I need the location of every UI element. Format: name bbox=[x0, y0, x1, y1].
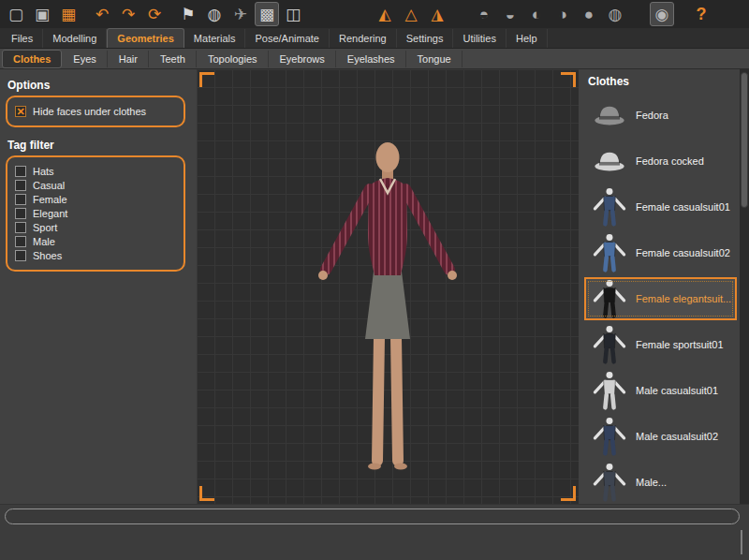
suit-thumbnail-icon bbox=[589, 232, 630, 273]
checkbox-box[interactable] bbox=[15, 236, 26, 247]
wireframe-icon[interactable]: ◍ bbox=[202, 2, 227, 26]
suit-thumbnail-icon bbox=[589, 186, 630, 228]
load-icon[interactable]: ▣ bbox=[30, 2, 54, 26]
subtab-eyelashes[interactable]: Eyelashes bbox=[337, 51, 406, 67]
options-group: Options ✕Hide faces under clothes bbox=[0, 79, 197, 127]
subtab-hair[interactable]: Hair bbox=[109, 51, 149, 67]
view-left-icon[interactable]: ◐ bbox=[524, 2, 549, 26]
toolbar-group-views: ◓◒◐◑●◍ bbox=[472, 2, 627, 26]
clothes-item-fedora[interactable]: Fedora bbox=[584, 94, 737, 137]
subtab-clothes[interactable]: Clothes bbox=[2, 50, 62, 68]
suit-thumbnail-icon bbox=[589, 278, 630, 319]
3d-viewport[interactable] bbox=[197, 69, 579, 504]
flag-icon[interactable]: ⚑ bbox=[176, 2, 200, 26]
view-back-icon[interactable]: ◓ bbox=[472, 2, 496, 26]
toolbar-group-symmetry: ◭△◮ bbox=[373, 2, 449, 26]
tab-settings[interactable]: Settings bbox=[397, 29, 454, 48]
grab-screen-icon[interactable]: ◉ bbox=[650, 2, 674, 26]
new-icon[interactable]: ▢ bbox=[4, 2, 28, 26]
clothes-item-female-casualsuit01[interactable]: Female casualsuit01 bbox=[584, 185, 737, 228]
clothes-scrollbar-thumb[interactable] bbox=[741, 72, 748, 208]
subtab-eyebrows[interactable]: Eyebrows bbox=[270, 51, 336, 67]
symmetry-right-icon[interactable]: ◮ bbox=[425, 2, 449, 26]
symmetry-left-icon[interactable]: ◭ bbox=[373, 2, 397, 26]
checkbox-elegant[interactable]: Elegant bbox=[15, 208, 176, 219]
bottom-bar bbox=[0, 504, 749, 560]
view-face-icon[interactable]: ◍ bbox=[603, 2, 627, 26]
sub-tab-bar: ClothesEyesHairTeethTopologiesEyebrowsEy… bbox=[0, 49, 749, 69]
clothes-item-male-casualsuit02[interactable]: Male casualsuit02 bbox=[584, 415, 737, 458]
tab-help[interactable]: Help bbox=[507, 29, 548, 48]
tab-files[interactable]: Files bbox=[2, 29, 43, 48]
save-icon[interactable]: ▦ bbox=[56, 2, 81, 26]
toolbar-group-edit: ↶↷⟳ bbox=[90, 2, 167, 26]
tag-filter-group-box: HatsCasualFemaleElegantSportMaleShoes bbox=[6, 155, 185, 272]
clothes-item-label: Female sportsuit01 bbox=[636, 338, 724, 351]
main-area: Options ✕Hide faces under clothes Tag fi… bbox=[0, 69, 749, 504]
tab-modelling[interactable]: Modelling bbox=[43, 29, 107, 48]
checkbox-female[interactable]: Female bbox=[15, 194, 176, 205]
checkbox-hats[interactable]: Hats bbox=[15, 166, 176, 177]
clothes-item-label: Female elegantsuit... bbox=[636, 292, 731, 305]
view-right-icon[interactable]: ◑ bbox=[551, 2, 575, 26]
clothes-item-male-casualsuit01[interactable]: Male casualsuit01 bbox=[584, 369, 737, 412]
command-input[interactable] bbox=[5, 508, 740, 524]
suit-thumbnail-icon bbox=[589, 370, 630, 411]
checkbox-box[interactable]: ✕ bbox=[15, 106, 26, 117]
tab-pose-animate[interactable]: Pose/Animate bbox=[245, 29, 329, 48]
checkbox-box[interactable] bbox=[15, 166, 26, 177]
checkbox-label: Sport bbox=[33, 222, 57, 233]
clothes-item-fedora-cocked[interactable]: Fedora cocked bbox=[584, 140, 737, 183]
tag-filter-group: Tag filter HatsCasualFemaleElegantSportM… bbox=[0, 139, 197, 272]
clothes-item-female-sportsuit01[interactable]: Female sportsuit01 bbox=[584, 323, 737, 366]
options-group-title: Options bbox=[7, 79, 187, 92]
checkbox-label: Hats bbox=[33, 166, 54, 177]
help-icon[interactable]: ? bbox=[689, 2, 713, 26]
checkbox-label: Casual bbox=[33, 180, 65, 191]
checkbox-box[interactable] bbox=[15, 250, 26, 261]
clothes-item-label: Male casualsuit02 bbox=[636, 430, 718, 443]
checkbox-label: Female bbox=[33, 194, 67, 205]
subtab-eyes[interactable]: Eyes bbox=[63, 51, 107, 67]
undo-icon[interactable]: ↶ bbox=[90, 2, 114, 26]
toolbar-group-mesh: ⚑◍✈▩◫ bbox=[176, 2, 305, 26]
tab-utilities[interactable]: Utilities bbox=[453, 29, 506, 48]
subtab-teeth[interactable]: Teeth bbox=[150, 51, 197, 67]
hat-thumbnail-icon bbox=[589, 95, 630, 136]
view-top-icon[interactable]: ● bbox=[577, 2, 601, 26]
pose-icon[interactable]: ✈ bbox=[228, 2, 253, 26]
checkbox-shoes[interactable]: Shoes bbox=[15, 250, 176, 261]
hat-thumbnail-icon bbox=[589, 140, 630, 182]
checkbox-casual[interactable]: Casual bbox=[15, 180, 176, 191]
viewport-corner-top-left bbox=[199, 72, 214, 87]
clothes-item-female-elegantsuit[interactable]: Female elegantsuit... bbox=[584, 277, 737, 320]
symmetry-icon[interactable]: △ bbox=[399, 2, 423, 26]
subtab-tongue[interactable]: Tongue bbox=[407, 51, 463, 67]
subtab-topologies[interactable]: Topologies bbox=[198, 51, 269, 67]
viewport-corner-top-right bbox=[561, 72, 576, 87]
checker-icon[interactable]: ◫ bbox=[281, 2, 305, 26]
checkbox-box[interactable] bbox=[15, 208, 26, 219]
grid-sphere-icon[interactable]: ▩ bbox=[255, 2, 279, 26]
reset-icon[interactable]: ⟳ bbox=[142, 2, 167, 26]
clothes-list: FedoraFedora cockedFemale casualsuit01Fe… bbox=[584, 94, 737, 504]
checkbox-sport[interactable]: Sport bbox=[15, 222, 176, 233]
viewport-corner-bottom-right bbox=[561, 486, 576, 501]
toolbar-group-help: ? bbox=[689, 2, 713, 26]
view-front-icon[interactable]: ◒ bbox=[498, 2, 522, 26]
checkbox-box[interactable] bbox=[15, 194, 26, 205]
checkbox-box[interactable] bbox=[15, 222, 26, 233]
tab-geometries[interactable]: Geometries bbox=[107, 28, 184, 48]
tab-materials[interactable]: Materials bbox=[184, 29, 246, 48]
character-model bbox=[294, 135, 481, 474]
checkbox-hide-faces-under-clothes[interactable]: ✕Hide faces under clothes bbox=[15, 106, 176, 117]
menu-tab-bar: FilesModellingGeometriesMaterialsPose/An… bbox=[0, 28, 749, 49]
clothes-scrollbar[interactable] bbox=[740, 69, 749, 504]
tab-rendering[interactable]: Rendering bbox=[330, 29, 397, 48]
checkbox-male[interactable]: Male bbox=[15, 236, 176, 247]
clothes-panel-title: Clothes bbox=[588, 75, 738, 88]
redo-icon[interactable]: ↷ bbox=[116, 2, 140, 26]
clothes-item-male[interactable]: Male... bbox=[584, 461, 737, 504]
checkbox-box[interactable] bbox=[15, 180, 26, 191]
clothes-item-female-casualsuit02[interactable]: Female casualsuit02 bbox=[584, 231, 737, 274]
